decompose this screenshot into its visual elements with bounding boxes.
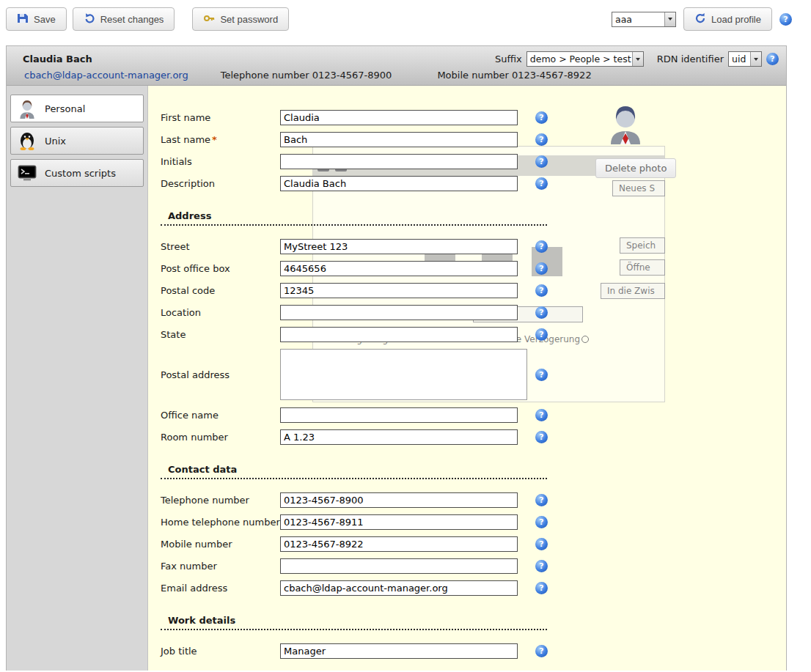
profile-select[interactable]: aaa	[612, 12, 676, 27]
help-icon[interactable]: ?	[535, 240, 548, 253]
field-row: Mobile number ?	[161, 533, 548, 555]
help-icon[interactable]: ?	[535, 560, 548, 572]
set-password-button[interactable]: Set password	[192, 7, 289, 31]
help-icon[interactable]: ?	[535, 516, 548, 528]
key-icon	[203, 12, 215, 26]
help-icon[interactable]: ?	[766, 53, 779, 65]
ghost-save-button: Speich	[620, 237, 665, 254]
job-title-input[interactable]	[280, 643, 518, 659]
tab-unix[interactable]: Unix	[10, 127, 144, 155]
module-tab-sidebar: Personal Unix Custom scripts	[7, 86, 148, 671]
field-row: Postal code ?	[161, 279, 548, 301]
field-row: Post office box ?	[161, 257, 548, 279]
help-icon[interactable]: ?	[535, 582, 548, 594]
suffix-select-value: demo > People > test > de	[527, 52, 632, 66]
form-area: First name ? Last name* ? Initials ? Des…	[161, 86, 548, 662]
account-header: Claudia Bach Suffix demo > People > test…	[7, 46, 786, 86]
field-row: Telephone number ?	[161, 489, 548, 511]
field-row: Last name* ?	[161, 128, 548, 150]
suffix-label: Suffix	[495, 53, 522, 64]
help-icon[interactable]: ?	[535, 155, 548, 168]
header-mobile: Mobile number 0123-4567-8922	[437, 70, 591, 81]
tab-custom-scripts[interactable]: Custom scripts	[10, 159, 144, 187]
help-icon[interactable]: ?	[535, 111, 548, 124]
fax-number-label: Fax number	[161, 561, 280, 572]
field-row: Email address ?	[161, 577, 548, 599]
postal-code-input[interactable]	[280, 283, 518, 298]
room-number-label: Room number	[161, 432, 280, 443]
help-icon[interactable]: ?	[535, 262, 548, 275]
undo-icon	[84, 12, 95, 26]
last-name-input[interactable]	[280, 132, 518, 147]
rdn-select-value: uid	[729, 52, 750, 66]
profile-select-value: aaa	[612, 12, 664, 26]
help-icon[interactable]: ?	[535, 177, 548, 190]
help-icon[interactable]: ?	[535, 645, 548, 657]
help-icon[interactable]: ?	[535, 409, 548, 421]
load-profile-label: Load profile	[711, 14, 761, 25]
room-number-input[interactable]	[280, 429, 518, 445]
email-address-input[interactable]	[280, 580, 518, 596]
chevron-down-icon	[750, 52, 761, 66]
tab-personal[interactable]: Personal	[10, 95, 144, 122]
postal-address-label: Postal address	[161, 369, 280, 380]
field-row: First name ?	[161, 106, 548, 128]
help-icon[interactable]: ?	[535, 133, 548, 146]
reload-icon	[694, 12, 706, 26]
required-marker: *	[212, 134, 217, 145]
field-row: Job title ?	[161, 640, 548, 662]
help-icon[interactable]: ?	[535, 494, 548, 506]
suffix-select[interactable]: demo > People > test > de	[526, 51, 644, 67]
save-button[interactable]: Save	[6, 7, 67, 31]
ghost-clipboard-button: In die Zwis	[601, 283, 665, 299]
help-icon[interactable]: ?	[535, 538, 548, 550]
fax-number-input[interactable]	[280, 558, 518, 574]
mobile-number-input[interactable]	[280, 536, 518, 552]
help-icon[interactable]: ?	[535, 328, 548, 341]
email-address-label: Email address	[161, 583, 280, 594]
post-office-box-input[interactable]	[280, 261, 518, 276]
header-phone: Telephone number 0123-4567-8900	[221, 70, 392, 81]
state-input[interactable]	[280, 327, 518, 342]
field-row: Postal address ?	[161, 345, 548, 404]
tab-custom-scripts-label: Custom scripts	[45, 168, 116, 179]
street-input[interactable]	[280, 239, 518, 254]
help-icon[interactable]: ?	[535, 369, 548, 381]
office-name-input[interactable]	[280, 407, 518, 423]
postal-address-textarea[interactable]	[280, 349, 527, 400]
help-icon[interactable]: ?	[535, 284, 548, 297]
rdn-select[interactable]: uid	[728, 51, 762, 67]
account-email-link[interactable]: cbach@ldap-account-manager.org	[24, 70, 188, 81]
field-row: Office name ?	[161, 404, 548, 426]
section-header-address: Address	[161, 208, 547, 226]
field-row: State ?	[161, 323, 548, 345]
set-password-label: Set password	[220, 14, 278, 25]
field-row: Initials ?	[161, 150, 548, 172]
save-icon	[17, 12, 29, 26]
section-header-contact-data: Contact data	[161, 462, 547, 479]
help-icon[interactable]: ?	[535, 431, 548, 443]
ghost-new-screenshot-button: Neues S	[612, 180, 665, 196]
telephone-number-input[interactable]	[280, 492, 518, 508]
load-profile-button[interactable]: Load profile	[683, 7, 772, 31]
state-label: State	[161, 329, 280, 340]
tab-personal-label: Personal	[45, 103, 85, 114]
home-telephone-number-input[interactable]	[280, 514, 518, 530]
tab-unix-label: Unix	[45, 136, 66, 147]
initials-input[interactable]	[280, 154, 518, 169]
first-name-label: First name	[161, 112, 280, 123]
terminal-icon	[17, 164, 37, 182]
delete-photo-button[interactable]: Delete photo	[595, 158, 676, 178]
description-input[interactable]	[280, 176, 518, 191]
help-icon[interactable]: ?	[535, 306, 548, 319]
location-input[interactable]	[280, 305, 518, 320]
last-name-label: Last name*	[161, 134, 280, 145]
tux-penguin-icon	[17, 131, 37, 150]
rdn-label: RDN identifier	[657, 53, 724, 64]
reset-changes-button[interactable]: Reset changes	[73, 7, 175, 31]
help-icon[interactable]: ?	[779, 13, 792, 26]
office-name-label: Office name	[161, 410, 280, 421]
field-row: Street ?	[161, 235, 548, 257]
first-name-input[interactable]	[280, 110, 518, 125]
initials-label: Initials	[161, 156, 280, 167]
